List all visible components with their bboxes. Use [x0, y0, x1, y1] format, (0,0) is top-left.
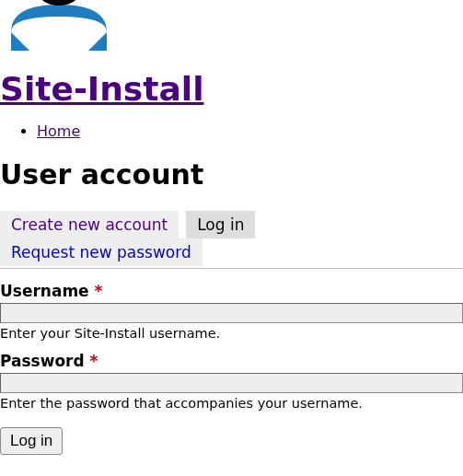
- username-field-wrapper: Username * Enter your Site-Install usern…: [0, 282, 463, 341]
- login-button[interactable]: Log in: [0, 427, 63, 455]
- required-marker: *: [90, 352, 98, 370]
- required-marker: *: [95, 282, 103, 300]
- tab-login[interactable]: Log in: [186, 211, 255, 238]
- breadcrumb: Home: [0, 122, 463, 140]
- password-label-text: Password: [0, 352, 85, 370]
- tabs: Create new account Log in Request new pa…: [0, 211, 463, 269]
- breadcrumb-item: Home: [37, 122, 463, 140]
- page-title: User account: [0, 158, 463, 191]
- password-input[interactable]: [0, 373, 463, 393]
- svg-point-0: [39, 0, 79, 6]
- password-description: Enter the password that accompanies your…: [0, 396, 463, 411]
- password-field-wrapper: Password * Enter the password that accom…: [0, 352, 463, 411]
- username-label: Username *: [0, 282, 463, 300]
- username-input[interactable]: [0, 303, 463, 323]
- tab-create-account[interactable]: Create new account: [0, 211, 179, 238]
- username-description: Enter your Site-Install username.: [0, 326, 463, 341]
- login-form: Username * Enter your Site-Install usern…: [0, 282, 463, 455]
- site-logo: [4, 0, 463, 61]
- site-title: Site-Install: [0, 70, 463, 108]
- tab-request-password[interactable]: Request new password: [0, 238, 203, 266]
- username-label-text: Username: [0, 282, 89, 300]
- breadcrumb-home-link[interactable]: Home: [37, 122, 80, 140]
- password-label: Password *: [0, 352, 463, 370]
- site-title-link[interactable]: Site-Install: [0, 70, 203, 108]
